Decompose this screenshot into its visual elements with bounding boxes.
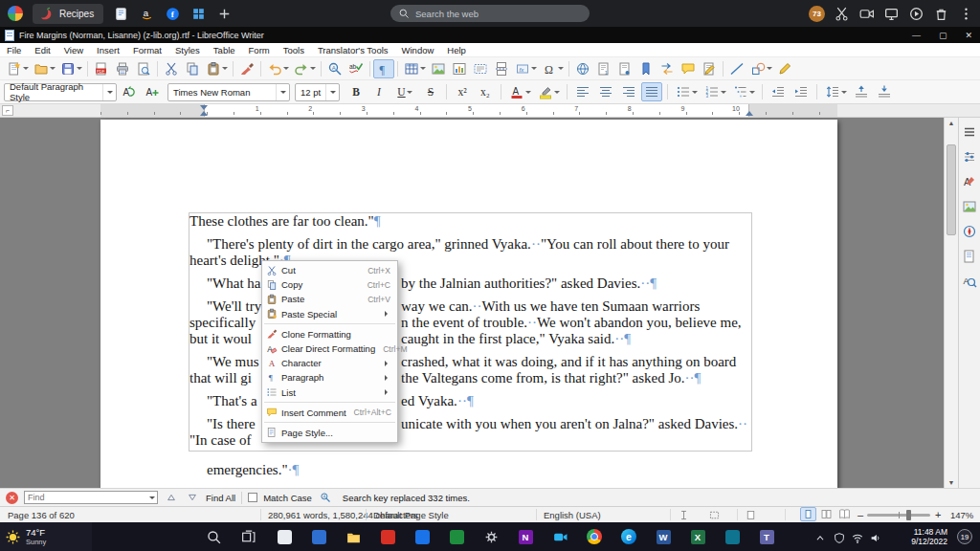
zoom-out-button[interactable]: – [858,507,863,522]
play-icon[interactable] [908,6,924,22]
underline-button[interactable]: U [391,82,418,101]
find-input-combo[interactable] [24,491,158,504]
menu-insert[interactable]: Insert [90,43,126,56]
task-view-button[interactable] [232,522,264,551]
journal-icon[interactable] [113,6,129,22]
highlighting-color-button[interactable] [535,82,562,101]
new-document-button[interactable] [4,59,31,78]
menu-styles[interactable]: Styles [168,43,207,56]
selection-mode-icon[interactable] [708,507,721,522]
update-style-button[interactable]: A [119,82,140,101]
menu-help[interactable]: Help [440,43,473,56]
insert-cross-reference-button[interactable] [657,59,678,78]
save-button[interactable] [57,59,84,78]
taskbar-app-settings[interactable] [475,522,507,551]
clone-formatting-button[interactable] [236,59,257,78]
book-view-button[interactable] [836,507,853,521]
track-changes-button[interactable] [699,59,720,78]
app-grid-icon[interactable] [190,6,207,22]
insert-image-button[interactable] [428,59,449,78]
scrollbar-thumb[interactable] [947,144,956,235]
menu-table[interactable]: Table [207,43,242,56]
style-inspector-deck-button[interactable]: A [961,272,979,290]
align-left-button[interactable] [572,82,593,101]
paste-button[interactable] [203,59,230,78]
video-capture-icon[interactable] [858,6,875,22]
ordered-list-button[interactable]: 123 [702,82,728,101]
basic-shapes-button[interactable] [747,59,774,78]
outline-format-button[interactable] [730,82,757,101]
align-center-button[interactable] [595,82,616,101]
scroll-up-arrow[interactable]: ▲ [945,120,958,126]
notification-center-button[interactable]: 19 [953,522,976,551]
bold-button[interactable]: B [345,82,367,101]
insert-text-box-button[interactable] [470,59,491,78]
taskbar-app-word[interactable]: W [647,522,679,551]
left-indent-marker[interactable] [200,111,208,116]
score-badge[interactable]: 73 [809,6,825,22]
font-color-button[interactable]: A [506,82,533,101]
sidebar-settings-button[interactable] [961,122,979,141]
text-language[interactable]: English (USA) [544,507,601,522]
increase-paragraph-spacing-button[interactable] [851,82,872,101]
taskbar-clock[interactable]: 11:48 AM 9/12/2022 [890,522,947,551]
decrease-paragraph-spacing-button[interactable] [874,82,895,101]
snip-icon[interactable] [834,6,850,22]
insert-hyperlink-button[interactable] [572,59,593,78]
tray-expand-chevron[interactable] [812,522,829,551]
taskbar-app-app-teal[interactable] [716,522,748,551]
right-indent-marker[interactable] [746,111,753,116]
font-size-combo[interactable]: 12 pt [295,83,340,101]
taskbar-app-app-azure[interactable] [406,522,438,551]
find-next-button[interactable] [185,491,200,505]
insert-page-break-button[interactable] [491,59,512,78]
paragraph-style-combo[interactable]: Default Paragraph Style [4,83,117,101]
taskbar-app-teams[interactable]: T [750,522,783,551]
redo-button[interactable] [291,59,318,78]
increase-indent-button[interactable] [791,82,812,101]
taskbar-app-excel[interactable]: X [681,522,714,551]
zoom-level[interactable]: 147% [950,507,973,522]
taskbar-search-button[interactable] [197,522,230,551]
minimize-button[interactable]: — [912,31,921,40]
context-menu-item-paste[interactable]: PasteCtrl+V [262,292,397,306]
unordered-list-button[interactable] [673,82,700,101]
match-case-checkbox[interactable] [248,493,257,502]
formatting-marks-button[interactable]: ¶ [373,59,394,78]
italic-button[interactable]: I [368,82,390,101]
taskbar-app-app-red[interactable] [371,522,404,551]
insert-comment-button[interactable] [678,59,699,78]
web-search-box[interactable] [390,5,590,22]
context-menu-item-cut[interactable]: CutCtrl+X [262,263,397,277]
close-button[interactable]: ✕ [965,31,972,40]
new-style-button[interactable]: A [142,82,163,101]
subscript-button[interactable]: x₂ [475,82,496,101]
context-menu-item-copy[interactable]: CopyCtrl+C [262,277,397,292]
copy-button[interactable] [182,59,203,78]
document-modified-icon[interactable] [745,507,757,522]
taskbar-app-app-blue[interactable] [302,522,335,551]
menu-file[interactable]: File [0,43,28,56]
page-style[interactable]: Default Page Style [373,507,449,522]
insert-footnote-button[interactable]: 1 [593,59,614,78]
insert-chart-button[interactable] [449,59,470,78]
show-draw-functions-button[interactable] [774,59,795,78]
find-input[interactable] [25,493,146,502]
web-search-input[interactable] [415,9,568,19]
menu-window[interactable]: Window [395,43,441,56]
menu-translator-s-tools[interactable]: Translator's Tools [311,43,395,56]
multi-page-view-button[interactable] [818,507,835,521]
find-and-replace-button[interactable]: A [318,491,333,505]
properties-deck-button[interactable] [961,147,979,165]
open-button[interactable] [31,59,57,78]
taskbar-app-chrome[interactable] [578,522,611,551]
taskbar-app-edge[interactable]: e [612,522,645,551]
more-menu-icon[interactable] [958,6,974,22]
font-name-combo[interactable]: Times New Roman [167,83,290,101]
line-spacing-button[interactable] [822,82,849,101]
find-all-button[interactable]: Find All [206,493,235,503]
insert-table-button[interactable] [401,59,428,78]
undo-button[interactable] [264,59,291,78]
taskbar-app-app-light[interactable] [268,522,301,551]
weather-widget[interactable]: 74°F Sunny [0,522,92,551]
